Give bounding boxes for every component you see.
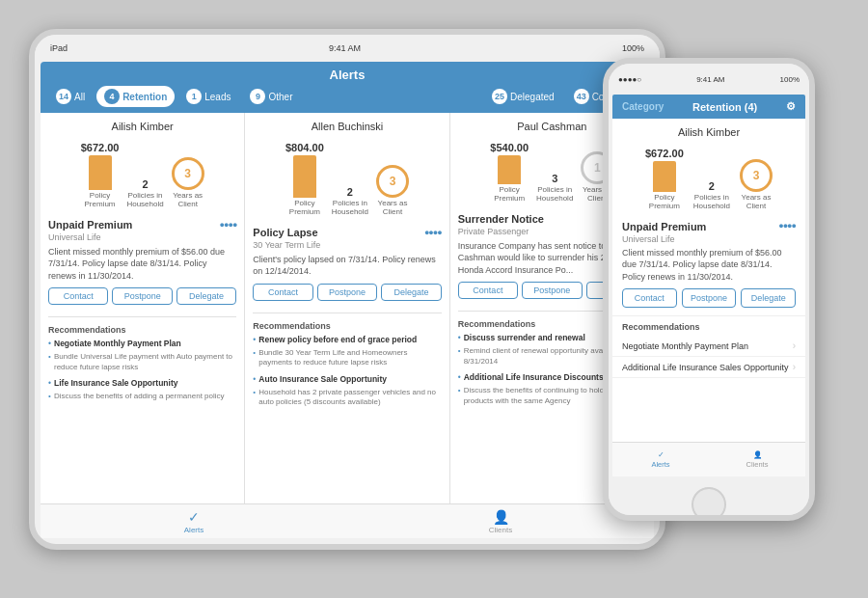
phone-contact-button[interactable]: Contact <box>622 288 677 308</box>
delegate-button-allen[interactable]: Delegate <box>381 284 441 301</box>
card-divider-allen <box>253 313 441 313</box>
rec-item-ailish-0: Negotiate Monthly Payment Plan <box>41 337 244 350</box>
tablet-status-bar: iPad 9:41 AM 100% <box>35 35 660 62</box>
phone-clients-icon: 👤 <box>753 450 762 459</box>
tab-retention-label: Retention <box>122 92 167 102</box>
bottom-tab-clients-label: Clients <box>489 526 512 534</box>
rec-item-allen-0: Renew policy before end of grace period <box>245 333 448 346</box>
policies-household-value-paul: 3 <box>552 173 557 184</box>
tab-leads[interactable]: 1 Leads <box>178 86 238 107</box>
phone-home-button[interactable] <box>692 487 726 521</box>
rec-title-allen: Recommendations <box>245 317 448 333</box>
phone-bottom-tab-alerts[interactable]: ✓ Alerts <box>612 443 709 476</box>
chevron-right-icon-1: › <box>793 362 796 372</box>
phone-status-center: 9:41 AM <box>696 75 724 84</box>
phone-status-left: ●●●●○ <box>618 75 641 84</box>
phone-bottom-tab-clients[interactable]: 👤 Clients <box>709 443 805 476</box>
cards-container: Ailish Kimber $672.00 PolicyPremium 2 Po… <box>41 113 654 516</box>
alert-card-ailish: Ailish Kimber $672.00 PolicyPremium 2 Po… <box>41 113 245 516</box>
tab-completed-count: 43 <box>574 89 589 104</box>
tab-all[interactable]: 14 All <box>48 86 93 107</box>
bottom-tab-alerts-label: Alerts <box>184 526 203 534</box>
contact-button-paul[interactable]: Contact <box>458 282 518 299</box>
rec-item-allen-1: Auto Insurance Sale Opportunity <box>245 372 448 386</box>
tab-retention-count: 4 <box>104 89 120 104</box>
card-stats-ailish: $672.00 PolicyPremium 2 Policies inHouse… <box>41 136 244 213</box>
policy-premium-value-paul: $540.00 <box>490 140 529 153</box>
phone-alert-body: Client missed monthly premium of $56.00 … <box>612 247 805 289</box>
tablet-device: iPad 9:41 AM 100% Alerts ⚙ 14 All 4 Rete… <box>29 29 665 550</box>
phone-policy-premium-stat: $672.00 PolicyPremium <box>645 146 684 211</box>
tab-other[interactable]: 9 Other <box>242 86 300 107</box>
years-client-circle-allen: 3 <box>376 165 409 198</box>
tab-delegated-label: Delegated <box>510 92 555 102</box>
policies-household-value: 2 <box>142 178 148 190</box>
tablet-status-left: iPad <box>50 43 68 53</box>
policy-bar-paul <box>498 155 521 184</box>
phone-years-circle: 3 <box>740 159 773 192</box>
tab-all-count: 14 <box>56 89 71 104</box>
phone-home-area <box>609 480 809 521</box>
postpone-button-allen[interactable]: Postpone <box>317 284 377 301</box>
tab-retention[interactable]: 4 Retention <box>96 86 175 107</box>
policy-premium-stat-paul: $540.00 PolicyPremium <box>490 140 529 204</box>
tab-leads-label: Leads <box>204 92 231 102</box>
phone-client-name: Ailish Kimber <box>612 119 805 142</box>
phone-postpone-button[interactable]: Postpone <box>682 288 737 308</box>
alert-subtitle-allen: 30 Year Term Life <box>245 240 448 254</box>
phone-stats: $672.00 PolicyPremium 2 Policies inHouse… <box>612 142 805 215</box>
tablet-app-header: Alerts ⚙ <box>41 62 654 86</box>
phone-years-stat: 3 Years asClient <box>740 159 773 211</box>
contact-button-allen[interactable]: Contact <box>253 284 312 301</box>
policies-household-value-allen: 2 <box>347 186 353 198</box>
phone-content: Ailish Kimber $672.00 PolicyPremium 2 Po… <box>612 119 805 442</box>
tablet-app-title: Alerts <box>330 68 366 82</box>
policy-premium-value: $672.00 <box>81 140 120 153</box>
tab-other-label: Other <box>268 92 292 102</box>
years-client-circle: 3 <box>172 157 204 190</box>
tab-all-label: All <box>74 92 85 102</box>
policy-bar <box>89 155 112 190</box>
client-name-allen: Allen Buchinski <box>245 113 448 136</box>
tab-leads-count: 1 <box>186 89 202 104</box>
phone-alerts-icon: ✓ <box>658 450 665 459</box>
phone-policies-value: 2 <box>709 180 715 192</box>
phone-delegate-button[interactable]: Delegate <box>741 288 796 308</box>
postpone-button-ailish[interactable]: Postpone <box>112 287 172 305</box>
phone-buttons: Contact Postpone Delegate <box>612 288 805 315</box>
phone-rec-item-0[interactable]: Negotiate Monthly Payment Plan › <box>612 336 805 357</box>
delegate-button-ailish[interactable]: Delegate <box>176 287 236 305</box>
phone-header-gear-icon[interactable]: ⚙ <box>786 100 796 113</box>
rec-detail-allen-1: Household has 2 private passenger vehicl… <box>245 386 448 412</box>
chevron-right-icon-0: › <box>793 340 796 351</box>
phone-back-button[interactable]: Category <box>622 101 664 112</box>
phone-rec-title: Recommendations <box>612 316 805 336</box>
phone-header-title: Retention (4) <box>692 101 757 113</box>
rec-detail-ailish-1: Discuss the benefits of adding a permane… <box>41 390 244 405</box>
policies-household-stat-allen: 2 Policies inHousehold <box>332 186 368 217</box>
alert-body-allen: Client's policy lapsed on 7/31/14. Polic… <box>245 254 448 284</box>
alert-subtitle-ailish: Universal Life <box>41 232 244 246</box>
phone-status-right: 100% <box>780 75 800 84</box>
card-divider-ailish <box>48 316 236 317</box>
tab-delegated-count: 25 <box>492 89 507 104</box>
contact-button-ailish[interactable]: Contact <box>48 287 108 305</box>
tab-delegated[interactable]: 25 Delegated <box>484 86 562 107</box>
alert-body-ailish: Client missed monthly premium of $56.00 … <box>41 246 244 288</box>
years-client-stat-allen: 3 Years asClient <box>376 165 409 217</box>
policy-bar-allen <box>293 155 316 198</box>
alerts-icon: ✓ <box>188 509 200 525</box>
phone-alert-subtitle: Universal Life <box>612 234 805 247</box>
tab-other-count: 9 <box>250 89 265 104</box>
card-stats-allen: $804.00 PolicyPremium 2 Policies inHouse… <box>245 136 448 221</box>
card-buttons-allen: Contact Postpone Delegate <box>245 284 448 309</box>
policies-household-stat: 2 Policies inHousehold <box>126 178 163 209</box>
bottom-tab-alerts[interactable]: ✓ Alerts <box>41 504 347 538</box>
tablet-bottom-bar: ✓ Alerts 👤 Clients <box>41 503 654 538</box>
phone-rec-item-1[interactable]: Additional Life Insurance Sales Opportun… <box>612 357 805 378</box>
alert-card-allen: Allen Buchinski $804.00 PolicyPremium 2 … <box>245 113 449 516</box>
phone-screen: Category Retention (4) ⚙ Ailish Kimber $… <box>612 95 805 476</box>
tablet-status-center: 9:41 AM <box>329 43 361 53</box>
postpone-button-paul[interactable]: Postpone <box>522 282 582 299</box>
phone-policy-bar <box>653 161 676 192</box>
